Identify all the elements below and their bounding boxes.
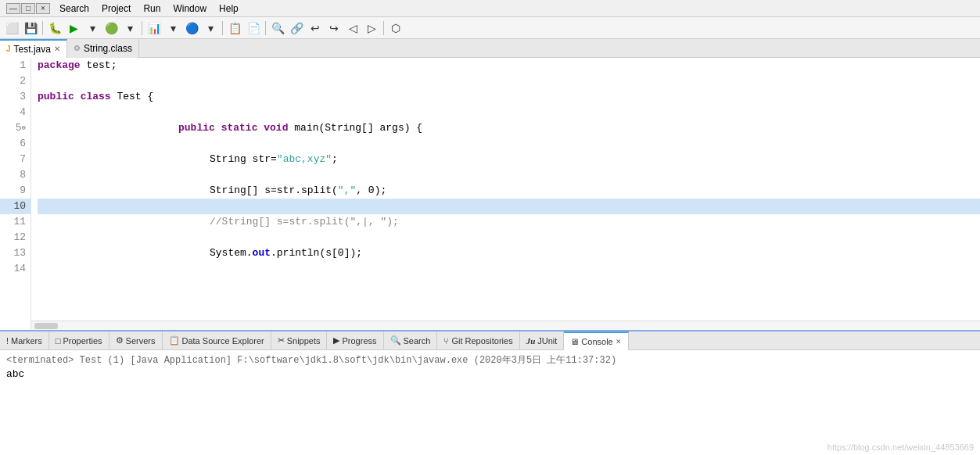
bottom-tab-datasource[interactable]: 📋 Data Source Explorer	[163, 331, 271, 350]
code-line-8	[38, 167, 980, 183]
toolbar-btn-coverage[interactable]: 📊	[145, 20, 163, 37]
git-icon: ⑂	[443, 336, 449, 346]
code-editor[interactable]: 1 2 3 4 5⊖ 6 7 8 9 10 11 12 13 14 packag…	[0, 58, 980, 330]
line-num-13: 13	[0, 245, 31, 261]
menu-run[interactable]: Run	[137, 2, 167, 16]
line-num-9: 9	[0, 183, 31, 199]
line-num-8: 8	[0, 167, 31, 183]
code-content[interactable]: package test; public class Test { public…	[31, 58, 980, 330]
bottom-tab-servers[interactable]: ⚙ Servers	[109, 331, 163, 350]
console-output: abc	[6, 368, 974, 380]
toolbar-btn-debug[interactable]: 🐛	[46, 20, 63, 37]
toolbar-btn-forward[interactable]: ↪	[325, 20, 343, 37]
menu-help[interactable]: Help	[213, 2, 245, 16]
kw-void: void	[264, 120, 288, 136]
toolbar-btn-external[interactable]: ⬡	[387, 20, 404, 37]
toolbar-sep-5	[383, 21, 384, 35]
line-num-1: 1	[0, 58, 31, 73]
watermark: https://blog.csdn.net/weixin_44853669	[827, 442, 974, 452]
code-line-1: package test;	[38, 58, 980, 73]
toolbar-btn-link[interactable]: 🔗	[288, 20, 305, 37]
menu-project[interactable]: Project	[95, 2, 137, 16]
markers-icon: !	[6, 336, 9, 346]
tab-test-java-close[interactable]: ✕	[54, 45, 60, 53]
datasource-icon: 📋	[169, 335, 180, 346]
comment-line-11: //String[] s=str.split(",|, ");	[210, 214, 399, 230]
toolbar-btn-arrow[interactable]: ↩	[307, 20, 324, 37]
bottom-tab-console-close[interactable]: ✕	[616, 338, 622, 346]
toolbar-btn-save[interactable]: 💾	[22, 20, 39, 37]
bottom-tab-snippets[interactable]: ✂ Snippets	[271, 331, 328, 350]
servers-icon: ⚙	[116, 335, 124, 346]
console-content[interactable]: <terminated> Test (1) [Java Application]…	[0, 350, 980, 455]
bottom-tab-markers[interactable]: ! Markers	[0, 331, 49, 350]
window-controls: — □ ×	[3, 2, 53, 16]
close-button[interactable]: ×	[36, 3, 50, 14]
tab-test-java-label: Test.java	[14, 44, 51, 55]
kw-class: class	[81, 89, 111, 105]
toolbar-sep-4	[265, 21, 266, 35]
toolbar-btn-copy[interactable]: 📋	[226, 20, 243, 37]
class-file-icon: ⚙	[74, 44, 81, 52]
editor-tabs-bar: J Test.java ✕ ⚙ String.class	[0, 39, 980, 58]
menu-window[interactable]: Window	[167, 2, 213, 16]
bottom-tab-console-label: Console	[581, 337, 612, 346]
line-num-7: 7	[0, 152, 31, 167]
editor-area: J Test.java ✕ ⚙ String.class 1 2 3 4 5⊖ …	[0, 39, 980, 330]
bottom-tab-git-label: Git Repositories	[451, 336, 512, 346]
tab-test-java[interactable]: J Test.java ✕	[0, 39, 67, 58]
bottom-tab-search[interactable]: 🔍 Search	[384, 331, 438, 350]
line-num-3: 3	[0, 89, 31, 105]
line-num-2: 2	[0, 73, 31, 89]
toolbar-btn-search[interactable]: 🔍	[269, 20, 286, 37]
kw-package: package	[38, 58, 81, 73]
bottom-tab-git[interactable]: ⑂ Git Repositories	[437, 331, 519, 350]
code-line-12	[38, 230, 980, 245]
code-line-6	[38, 136, 980, 152]
toolbar-btn-coverage-dropdown[interactable]: ▾	[164, 20, 181, 37]
bottom-tab-junit[interactable]: Ju JUnit	[520, 331, 565, 350]
bottom-tab-datasource-label: Data Source Explorer	[182, 336, 264, 346]
console-icon: 🖥	[570, 337, 579, 346]
line-num-14: 14	[0, 261, 31, 277]
menu-search[interactable]: Search	[53, 2, 95, 16]
code-line-4	[38, 105, 980, 120]
snippets-icon: ✂	[278, 335, 285, 346]
scrollbar-thumb[interactable]	[34, 323, 58, 329]
horizontal-scrollbar[interactable]	[31, 321, 980, 330]
toolbar-btn-ext-dropdown[interactable]: ▾	[121, 20, 138, 37]
toolbar-sep-1	[42, 21, 43, 35]
minimize-button[interactable]: —	[6, 3, 20, 14]
str-comma: ","	[338, 183, 356, 199]
search-icon: 🔍	[390, 335, 401, 346]
bottom-tab-properties-label: Properties	[63, 336, 102, 346]
line-num-11: 11	[0, 214, 31, 230]
code-line-7: String str="abc,xyz";	[38, 152, 980, 167]
maximize-button[interactable]: □	[21, 3, 35, 14]
code-line-13: System.out.println(s[0]);	[38, 245, 980, 261]
properties-icon: □	[56, 336, 61, 346]
bottom-tab-console[interactable]: 🖥 Console ✕	[564, 331, 628, 350]
toolbar-sep-2	[142, 21, 142, 35]
toolbar-btn-profile[interactable]: 🔵	[183, 20, 200, 37]
str-abc-xyz: "abc,xyz"	[277, 152, 332, 167]
code-line-3: public class Test {	[38, 89, 980, 105]
kw-public-3: public	[38, 89, 74, 105]
bottom-tab-properties[interactable]: □ Properties	[49, 331, 109, 350]
toolbar-btn-prev[interactable]: ◁	[344, 20, 361, 37]
tab-string-class[interactable]: ⚙ String.class	[67, 39, 139, 58]
kw-static: static	[221, 120, 258, 136]
bottom-tab-search-label: Search	[404, 336, 431, 346]
code-line-14	[38, 261, 980, 277]
main-container: J Test.java ✕ ⚙ String.class 1 2 3 4 5⊖ …	[0, 39, 980, 455]
toolbar-btn-ext[interactable]: 🟢	[102, 20, 120, 37]
toolbar-btn-new[interactable]: ⬜	[3, 20, 20, 37]
bottom-tab-progress[interactable]: ▶ Progress	[327, 331, 383, 350]
code-line-5: public static void main(String[] args) {	[38, 120, 980, 136]
toolbar-btn-paste[interactable]: 📄	[245, 20, 262, 37]
toolbar-btn-next[interactable]: ▷	[363, 20, 380, 37]
toolbar-btn-profile-dropdown[interactable]: ▾	[202, 20, 219, 37]
toolbar-btn-run-dropdown[interactable]: ▾	[84, 20, 101, 37]
toolbar-btn-run[interactable]: ▶	[65, 20, 82, 37]
progress-icon: ▶	[333, 335, 339, 346]
